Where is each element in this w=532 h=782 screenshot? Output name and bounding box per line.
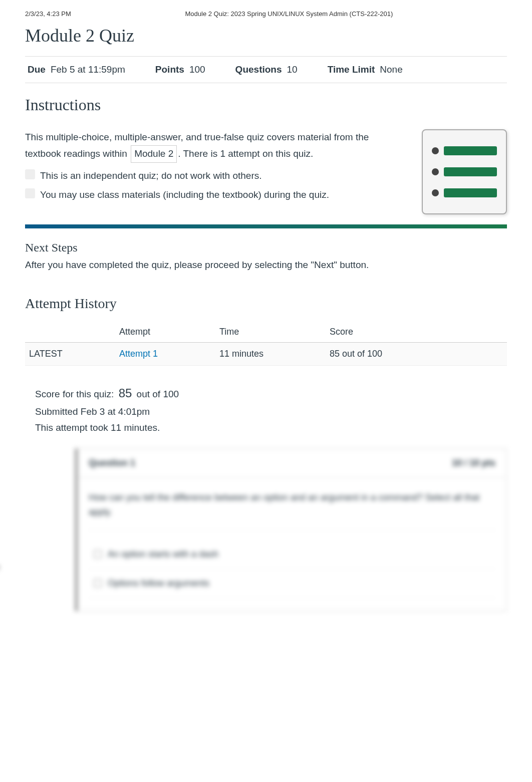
- attempt-score: 85 out of 100: [326, 343, 507, 366]
- section-divider: [25, 224, 507, 228]
- bullet-icon: [25, 169, 35, 179]
- page-header-title: Module 2 Quiz: 2023 Spring UNIX/LINUX Sy…: [185, 10, 393, 18]
- latest-badge: LATEST: [25, 343, 115, 366]
- answer-row: An option starts with a dash: [89, 540, 495, 569]
- points-label: Points: [155, 64, 184, 75]
- bullet-text: This is an independent quiz; do not work…: [40, 168, 262, 184]
- questions-value: 10: [287, 64, 298, 75]
- questions-label: Questions: [235, 64, 282, 75]
- due-label: Due: [28, 64, 46, 75]
- next-steps-heading: Next Steps: [25, 241, 507, 254]
- checkbox-icon: [94, 550, 102, 558]
- attempt-time: 11 minutes: [215, 343, 326, 366]
- due-value: Feb 5 at 11:59pm: [51, 64, 125, 75]
- answer-text: An option starts with a dash: [108, 547, 218, 562]
- next-steps-text: After you have completed the quiz, pleas…: [25, 259, 507, 271]
- instructions-intro: This multiple-choice, multiple-answer, a…: [25, 129, 407, 163]
- attempt-history-heading: Attempt History: [25, 296, 507, 312]
- question-prompt: How can you tell the difference between …: [89, 490, 495, 530]
- col-time: Time: [215, 322, 326, 343]
- attempt-duration: This attempt took 11 minutes.: [35, 420, 497, 436]
- question-points: 10 / 10 pts: [452, 458, 495, 468]
- question-card: Question 1 10 / 10 pts How can you tell …: [75, 448, 507, 611]
- quiz-list-icon: [422, 129, 507, 214]
- instructions-heading: Instructions: [25, 96, 507, 114]
- quiz-meta-bar: Due Feb 5 at 11:59pm Points 100 Question…: [25, 56, 507, 83]
- answer-row: Options follow arguments: [89, 569, 495, 598]
- answer-text: Options follow arguments: [108, 576, 209, 591]
- bullet-text: You may use class materials (including t…: [40, 187, 329, 203]
- attempt-link[interactable]: Attempt 1: [119, 349, 158, 359]
- quiz-title: Module 2 Quiz: [25, 25, 507, 46]
- score-summary: Score for this quiz: 85 out of 100 Submi…: [25, 381, 507, 438]
- time-limit-value: None: [380, 64, 402, 75]
- submitted-time: Submitted Feb 3 at 4:01pm: [35, 404, 497, 420]
- col-score: Score: [326, 322, 507, 343]
- points-value: 100: [189, 64, 205, 75]
- checkbox-icon: [94, 579, 102, 587]
- question-label: Question 1: [89, 458, 135, 468]
- time-limit-label: Time Limit: [328, 64, 375, 75]
- col-attempt: Attempt: [115, 322, 215, 343]
- col-blank: [25, 322, 115, 343]
- attempt-history-table: Attempt Time Score LATEST Attempt 1 11 m…: [25, 322, 507, 366]
- score-value: 85: [119, 386, 132, 400]
- module-tag: Module 2: [131, 145, 177, 162]
- table-row: LATEST Attempt 1 11 minutes 85 out of 10…: [25, 343, 507, 366]
- instructions-bullets: This is an independent quiz; do not work…: [25, 168, 407, 203]
- print-timestamp: 2/3/23, 4:23 PM: [25, 10, 71, 18]
- bullet-icon: [25, 188, 35, 198]
